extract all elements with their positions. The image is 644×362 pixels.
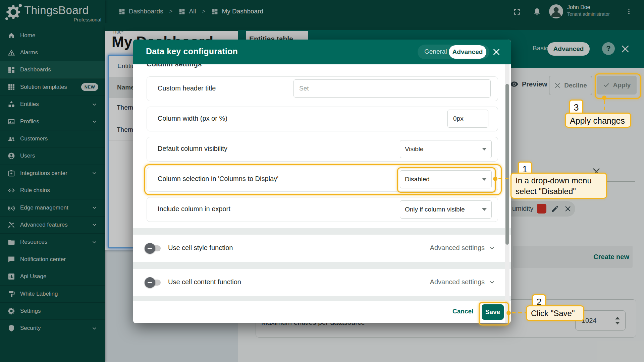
include-column-in-export-row: Include column in exportOnly if column v… xyxy=(147,197,498,222)
thingsboard-app: Dashboards > All > My Dashboard John Doe… xyxy=(0,0,644,362)
dialog-footer: Cancel Save xyxy=(133,301,511,323)
use-cell-content-function-toggle[interactable] xyxy=(145,277,162,288)
setting-label: Default column visibility xyxy=(158,145,227,153)
default-column-visibility-select[interactable]: Visible xyxy=(400,140,492,158)
setting-label: Include column in export xyxy=(158,205,230,213)
toggle-label: Use cell style function xyxy=(168,244,233,252)
data-key-configuration-dialog: Data key configuration General Advanced … xyxy=(133,40,511,323)
dialog-header: Data key configuration General Advanced xyxy=(133,40,511,64)
select-value: Visible xyxy=(405,145,482,153)
use-cell-content-function-card: Use cell content functionAdvanced settin… xyxy=(133,269,511,296)
toggle-label: Use cell content function xyxy=(168,278,241,286)
dialog-title: Data key configuration xyxy=(146,47,238,56)
section-heading: Column settings xyxy=(147,64,202,68)
save-button[interactable]: Save xyxy=(482,304,504,320)
column-settings-section: Column settings Custom header titleColum… xyxy=(133,64,511,228)
setting-label: Column width (px or %) xyxy=(158,115,227,122)
tab-general[interactable]: General xyxy=(424,48,447,55)
dialog-close-icon[interactable] xyxy=(492,48,501,56)
custom-header-title-input[interactable] xyxy=(293,79,491,98)
dialog-body: Column settings Custom header titleColum… xyxy=(133,64,511,323)
setting-label: Custom header title xyxy=(158,84,216,92)
column-selection-in-columns-to-display-row: Column selection in 'Columns to Display'… xyxy=(147,167,498,192)
advanced-settings-label[interactable]: Advanced settings xyxy=(430,278,485,286)
chevron-down-icon[interactable] xyxy=(489,245,495,251)
dialog-scrollbar-thumb[interactable] xyxy=(505,84,509,245)
setting-label: Column selection in 'Columns to Display' xyxy=(158,175,278,183)
column-width-px-or-row: Column width (px or %) xyxy=(147,107,498,131)
chevron-down-icon[interactable] xyxy=(489,279,495,286)
custom-header-title-row: Custom header title xyxy=(147,76,498,101)
use-cell-style-function-card: Use cell style functionAdvanced settings xyxy=(133,235,511,262)
default-column-visibility-row: Default column visibilityVisible xyxy=(147,137,498,162)
column-width-px-or-input[interactable] xyxy=(447,110,488,128)
dropdown-caret-icon xyxy=(482,178,487,181)
section-heading-clip: Column settings xyxy=(147,64,261,68)
dropdown-caret-icon xyxy=(482,148,487,150)
use-cell-style-function-toggle[interactable] xyxy=(145,243,162,254)
tab-advanced[interactable]: Advanced xyxy=(449,45,486,59)
select-value: Only if column visible xyxy=(405,206,482,213)
column-selection-in-columns-to-display-select[interactable]: Disabled xyxy=(400,170,492,188)
dropdown-caret-icon xyxy=(482,208,487,211)
cancel-button[interactable]: Cancel xyxy=(452,308,473,315)
select-value: Disabled xyxy=(405,176,482,183)
include-column-in-export-select[interactable]: Only if column visible xyxy=(400,200,492,219)
advanced-settings-label[interactable]: Advanced settings xyxy=(430,244,485,252)
